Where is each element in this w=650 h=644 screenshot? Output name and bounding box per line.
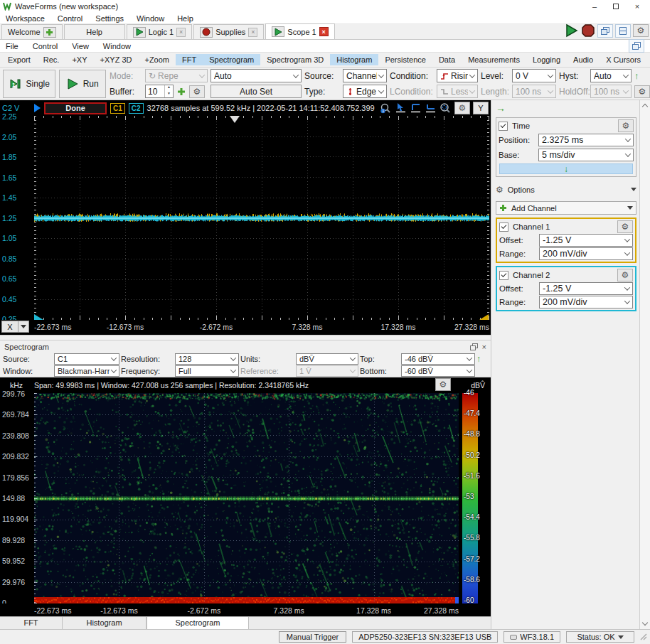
x-cursor-icon[interactable] [410, 102, 422, 114]
pointer-mode-icon[interactable] [395, 102, 407, 114]
hysteresis-select[interactable]: Auto [590, 69, 632, 82]
arrow-up-icon[interactable]: ↑ [634, 70, 647, 81]
more-views-button[interactable]: » [647, 55, 650, 65]
view-tab-histogram[interactable]: Histogram [330, 54, 378, 65]
channel1-offset-marker[interactable] [479, 314, 489, 320]
channel2-badge[interactable]: C2 [129, 103, 144, 114]
arrow-up-icon[interactable]: ↑ [476, 354, 488, 364]
view-tab-audio[interactable]: Audio [567, 54, 600, 65]
status-dropdown[interactable]: Status: OK [566, 631, 634, 643]
scope-menu-view[interactable]: View [72, 42, 89, 50]
view-tab-export[interactable]: Export [1, 54, 37, 65]
tab-supplies-close-icon[interactable]: × [248, 28, 257, 37]
trigger-time-marker[interactable] [230, 116, 240, 128]
time-base-select[interactable]: 5 ms/div [538, 149, 634, 161]
undock-window-button[interactable] [629, 39, 644, 53]
tab-logic-close-icon[interactable]: × [176, 28, 186, 37]
view-tab-persistence[interactable]: Persistence [378, 54, 432, 65]
menu-window[interactable]: Window [137, 14, 164, 23]
view-tab-spectrogram[interactable]: Spectrogram [203, 54, 260, 65]
scroll-down-icon[interactable] [642, 620, 648, 626]
spec-top-select[interactable]: -46 dBV̂ [401, 353, 475, 365]
view-tab-xcursors[interactable]: X Cursors [600, 54, 647, 65]
bottom-tab-fft[interactable]: FFT [0, 617, 63, 629]
add-instrument-button[interactable] [43, 27, 56, 38]
y-cursor-icon[interactable] [425, 102, 437, 114]
trigger-condition-select[interactable]: Risin [437, 69, 478, 82]
channel2-range-select[interactable]: 200 mV/div [539, 296, 633, 308]
x-axis-button[interactable]: X [1, 321, 18, 333]
view-tab-xyz3d[interactable]: +XYZ 3D [94, 54, 139, 65]
spec-frequency-select[interactable]: Full [175, 365, 239, 377]
single-button[interactable]: 1 Single [3, 70, 55, 98]
spec-window-select[interactable]: Blackman-Harris [54, 365, 119, 377]
y-axis-unit-label[interactable]: C2 V [2, 104, 31, 112]
trigger-source-select[interactable]: Channel 1 [343, 69, 387, 82]
view-tab-rec[interactable]: Rec. [37, 54, 66, 65]
trigger-mode-select[interactable]: Auto [211, 69, 302, 82]
zoom-region-icon[interactable]: 1 [380, 102, 392, 114]
time-expand-bar[interactable]: ↓ [499, 163, 633, 174]
channel1-range-select[interactable]: 200 mV/div [539, 247, 633, 260]
zoom-fit-icon[interactable] [439, 102, 452, 114]
scope-menu-file[interactable]: File [6, 42, 18, 50]
add-buffer-button[interactable] [177, 87, 186, 96]
tab-welcome[interactable]: Welcome [1, 24, 63, 39]
close-panel-icon[interactable]: × [482, 343, 486, 351]
tab-supplies[interactable]: Supplies × [193, 24, 264, 39]
run-all-button[interactable] [565, 23, 579, 38]
spectrogram-settings-button[interactable]: ⚙ [435, 378, 451, 391]
tab-help[interactable]: Help [64, 24, 125, 39]
y-axis-button[interactable]: Y [473, 102, 489, 114]
tab-logic-1[interactable]: Logic 1 × [127, 24, 192, 39]
auto-set-button[interactable]: Auto Set [211, 85, 302, 98]
channel2-offset-select[interactable]: -1.25 V [539, 282, 633, 295]
time-checkbox[interactable] [499, 122, 508, 131]
menu-workspace[interactable]: Workspace [6, 14, 45, 23]
channel2-offset-marker[interactable] [34, 314, 43, 320]
stop-all-button[interactable] [581, 23, 595, 38]
tab-scope-close-icon[interactable]: × [319, 27, 329, 36]
scope-menu-window[interactable]: Window [103, 42, 131, 50]
scope-waveform-canvas[interactable] [34, 116, 489, 320]
add-channel-row[interactable]: Add Channel [496, 201, 636, 215]
minimize-button[interactable]: – [585, 2, 604, 11]
resize-grip[interactable] [640, 633, 647, 640]
device-info-cell[interactable]: ADP5250-323EF13 SN:323EF13 USB [352, 631, 498, 643]
spec-bottom-select[interactable]: -60 dBV̂ [401, 365, 475, 377]
options-row[interactable]: ⚙ Options [496, 183, 636, 195]
trigger-level-select[interactable]: 0 V [512, 69, 556, 82]
scroll-up-icon[interactable] [642, 104, 648, 109]
manual-trigger-button[interactable]: Manual Trigger [279, 631, 346, 643]
cascade-windows-button[interactable] [597, 24, 613, 38]
view-tab-spectrogram3d[interactable]: Spectrogram 3D [260, 54, 330, 65]
spectrogram-canvas[interactable] [34, 393, 459, 603]
channel1-offset-select[interactable]: -1.25 V [539, 234, 633, 247]
version-cell[interactable]: WF3.18.1 [504, 631, 560, 643]
run-button[interactable]: Run [59, 70, 106, 98]
close-button[interactable]: × [627, 2, 647, 11]
spin-down-icon[interactable]: ▼ [165, 92, 173, 98]
spec-resolution-select[interactable]: 128 [175, 353, 239, 365]
tile-windows-button[interactable] [615, 24, 631, 38]
channel2-checkbox[interactable] [499, 271, 508, 280]
buffer-settings-button[interactable]: ⚙ [189, 85, 205, 98]
maximize-button[interactable] [606, 2, 626, 11]
x-axis-dropdown-button[interactable] [18, 321, 29, 333]
menu-settings[interactable]: Settings [95, 14, 124, 23]
spec-units-select[interactable]: dBV̂ [296, 353, 358, 365]
trigger-settings-button[interactable]: ⚙ [634, 85, 650, 98]
time-settings-button[interactable]: ⚙ [618, 119, 634, 132]
channel1-checkbox[interactable] [499, 222, 508, 232]
menu-control[interactable]: Control [58, 14, 82, 23]
arrow-right-icon[interactable]: → [496, 103, 636, 114]
view-tab-fft[interactable]: FFT [176, 54, 203, 65]
tab-scope-1[interactable]: Scope 1 × [265, 23, 334, 39]
channel2-settings-button[interactable]: ⚙ [617, 269, 633, 281]
time-position-select[interactable]: 2.3275 ms [538, 134, 634, 146]
view-tab-data[interactable]: Data [432, 54, 462, 65]
buffer-spinner[interactable]: 10▲▼ [145, 85, 174, 98]
workspace-settings-button[interactable]: ⚙ [633, 24, 649, 37]
right-panel-scrollbar[interactable] [639, 100, 650, 629]
scope-menu-control[interactable]: Control [33, 42, 58, 50]
